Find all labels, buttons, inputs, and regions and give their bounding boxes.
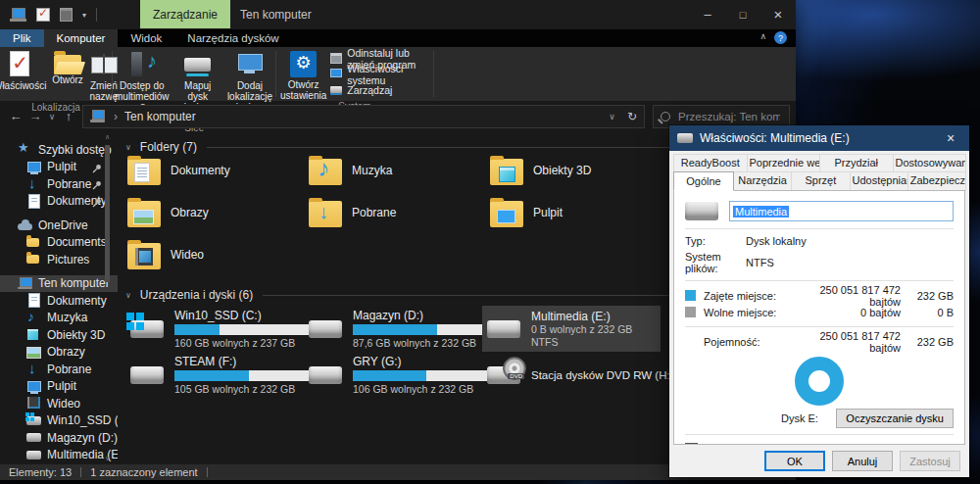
tab-przydzial[interactable]: Przydział: [819, 154, 894, 172]
qat-properties-icon[interactable]: [36, 8, 50, 22]
folder-tile-pobrane[interactable]: Pobrane: [307, 200, 488, 242]
tab-narzedzia[interactable]: Narzędzia: [733, 171, 792, 191]
disk-cleanup-button[interactable]: Oczyszczanie dysku: [836, 409, 954, 428]
tab-dostosowywanie[interactable]: Dostosowywanie: [893, 154, 967, 172]
search-input[interactable]: [676, 110, 782, 123]
sidebar-label: OneDrive: [38, 218, 88, 232]
sidebar-item-pictures[interactable]: Pictures: [0, 251, 118, 268]
close-button[interactable]: [760, 0, 796, 28]
apply-button[interactable]: Zastosuj: [900, 451, 960, 471]
folder-label: Wideo: [171, 243, 204, 262]
forward-icon[interactable]: [25, 109, 45, 123]
drive-tile-e-selected[interactable]: Multimedia (E:) 0 B wolnych z 232 GB NTF…: [482, 306, 661, 352]
folder-tile-obiekty-3d[interactable]: Obiekty 3D: [488, 158, 669, 200]
up-icon[interactable]: [59, 109, 78, 123]
ribbon-tab-plik[interactable]: Plik: [0, 29, 44, 47]
sidebar-item-wideo[interactable]: Wideo: [0, 395, 118, 412]
sidebar-item-dokumenty-2[interactable]: Dokumenty: [0, 292, 118, 310]
cancel-button[interactable]: Anuluj: [832, 451, 893, 471]
sidebar-item-onedrive[interactable]: OneDrive: [0, 217, 118, 234]
tab-udostepnianie[interactable]: Udostępnianie: [850, 171, 908, 191]
drive-tile-h-dvd[interactable]: DVD Stacja dysków DVD RW (H:): [482, 352, 661, 398]
volume-label-input[interactable]: Multimedia: [729, 201, 954, 221]
breadcrumb[interactable]: Ten komputer: [82, 105, 645, 128]
dialog-close-icon[interactable]: [940, 130, 961, 146]
folder-tile-obrazy[interactable]: Obrazy: [125, 200, 307, 242]
drive-tile-f[interactable]: STEAM (F:) 105 GB wolnych z 232 GB: [125, 352, 304, 398]
folder-tile-muzyka[interactable]: Muzyka: [307, 158, 488, 200]
address-dropdown-icon[interactable]: [609, 112, 615, 121]
drive-tile-d[interactable]: Magazyn (D:) 87,6 GB wolnych z 232 GB: [304, 306, 482, 352]
sidebar-item-documents[interactable]: Documents: [0, 234, 118, 252]
sidebar-item-win10-ssd-c[interactable]: Win10_SSD (C:): [0, 412, 118, 430]
scroll-up-icon[interactable]: [103, 133, 112, 141]
tab-zabezpieczenia[interactable]: Zabezpieczenia: [907, 171, 966, 191]
sidebar-item-quick-access[interactable]: Szybki dostęp: [0, 141, 118, 159]
tab-readyboost[interactable]: ReadyBoost: [673, 154, 748, 172]
open-button[interactable]: Otwórz: [50, 50, 85, 85]
properties-button[interactable]: Właściwości: [0, 50, 48, 91]
sidebar-item-ten-komputer[interactable]: Ten komputer: [0, 275, 118, 293]
drive-icon: [677, 133, 693, 143]
filesystem-label: System plików:: [685, 251, 746, 274]
recent-locations-dropdown-icon[interactable]: [45, 112, 59, 121]
free-space-bytes: 0 bajtów: [788, 307, 901, 318]
system-properties-button[interactable]: Właściwości systemu: [330, 68, 433, 80]
folder-tile-wideo[interactable]: Wideo: [125, 242, 307, 284]
checkbox-checked-icon[interactable]: [685, 443, 698, 445]
collapse-ribbon-icon[interactable]: [760, 31, 766, 41]
sidebar-item-muzyka[interactable]: Muzyka: [0, 310, 118, 327]
sidebar-item-multimedia-e[interactable]: Multimedia (E:): [0, 447, 118, 464]
ribbon-tab-narzedzia-dyskow[interactable]: Narzędzia dysków: [174, 29, 291, 47]
drive-tile-g[interactable]: GRY (G:) 106 GB wolnych z 232 GB: [304, 352, 482, 398]
type-value: Dysk lokalny: [746, 235, 954, 247]
folder-label: Dokumenty: [171, 159, 230, 177]
sidebar-scrollbar[interactable]: [103, 133, 112, 462]
section-title: Foldery (7): [140, 140, 197, 154]
tab-ogolne[interactable]: Ogólne: [673, 171, 734, 191]
title-manage-tab[interactable]: Zarządzanie: [140, 0, 230, 28]
drive-name: Win10_SSD (C:): [174, 309, 301, 322]
media-access-button[interactable]: Dostęp do multimediów: [113, 50, 172, 111]
ribbon-tab-widok[interactable]: Widok: [118, 29, 174, 47]
sidebar-item-magazyn-d[interactable]: Magazyn (D:): [0, 429, 118, 447]
minimize-button[interactable]: [690, 0, 725, 28]
ok-button[interactable]: OK: [764, 451, 825, 471]
button-label: Otwórz ustawienia: [280, 79, 326, 101]
maximize-button[interactable]: [725, 0, 760, 28]
qat-new-folder-icon[interactable]: [60, 8, 73, 22]
open-settings-button[interactable]: Otwórz ustawienia: [278, 50, 328, 101]
help-icon[interactable]: ?: [774, 31, 787, 44]
breadcrumb-location[interactable]: Ten komputer: [124, 110, 196, 123]
chevron-down-icon[interactable]: [125, 291, 131, 300]
section-title: Urządzenia i dyski (6): [140, 288, 253, 302]
back-icon[interactable]: [6, 109, 25, 123]
scrollbar-thumb[interactable]: [105, 145, 110, 282]
folder-tile-pulpit[interactable]: Pulpit: [488, 200, 669, 242]
drive-tile-c[interactable]: Win10_SSD (C:) 160 GB wolnych z 237 GB: [125, 306, 304, 352]
drive-icon: [685, 202, 718, 220]
folder-tile-dokumenty[interactable]: Dokumenty: [125, 158, 307, 200]
tab-sprzet[interactable]: Sprzęt: [791, 171, 850, 191]
search-box[interactable]: [653, 105, 790, 128]
ribbon-tab-strip: Plik Komputer Widok Narzędzia dysków ?: [0, 29, 796, 47]
sidebar-item-obiekty-3d[interactable]: Obiekty 3D: [0, 326, 118, 344]
refresh-icon[interactable]: [627, 110, 637, 123]
ribbon-tab-komputer[interactable]: Komputer: [44, 29, 119, 47]
sidebar-item-pobrane[interactable]: Pobrane: [0, 175, 118, 193]
sidebar-item-pulpit-2[interactable]: Pulpit: [0, 378, 118, 396]
downloads-icon: [26, 176, 41, 191]
sidebar-item-pulpit[interactable]: Pulpit: [0, 159, 118, 176]
chevron-down-icon[interactable]: [125, 143, 131, 152]
tab-poprzednie-wersje[interactable]: Poprzednie wersje: [747, 154, 821, 172]
scroll-down-icon[interactable]: [103, 455, 112, 462]
divider: [96, 8, 97, 22]
sidebar-item-obrazy[interactable]: Obrazy: [0, 344, 118, 362]
sidebar-item-dokumenty[interactable]: Dokumenty: [0, 193, 118, 211]
sidebar-label: Documents: [47, 235, 107, 249]
qat-customize-dropdown-icon[interactable]: [82, 11, 86, 20]
sidebar-item-pobrane-2[interactable]: Pobrane: [0, 361, 118, 378]
manage-button[interactable]: Zarządzaj: [330, 83, 433, 96]
compress-checkbox-row[interactable]: Kompresuj ten dysk, aby zaoszczędzić mie…: [685, 442, 954, 445]
folder-label: Obrazy: [171, 201, 209, 219]
